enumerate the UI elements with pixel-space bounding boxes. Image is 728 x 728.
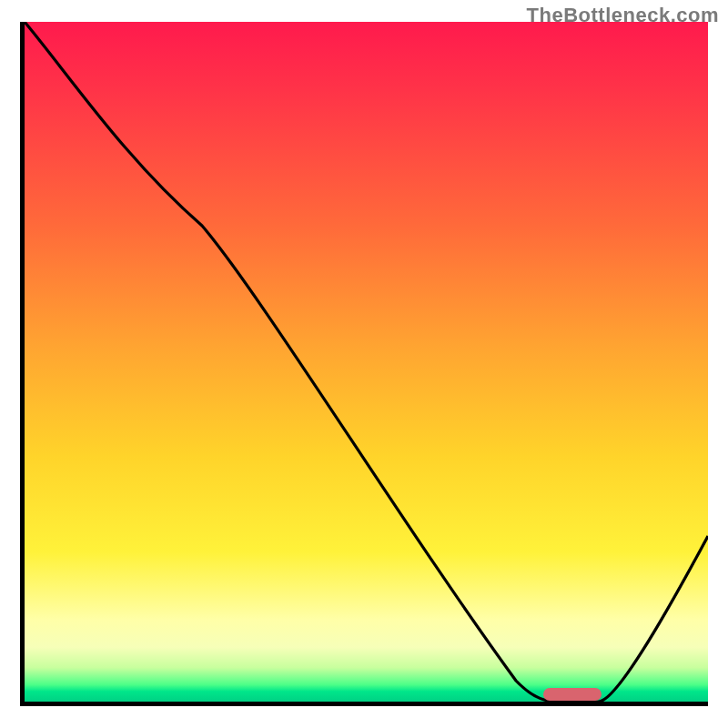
bottleneck-curve	[25, 22, 708, 702]
plot-area	[20, 22, 708, 706]
curve-path	[25, 22, 708, 702]
optimal-range-marker	[543, 688, 602, 701]
attribution-label: TheBottleneck.com	[527, 4, 719, 27]
chart-container: TheBottleneck.com	[0, 0, 728, 728]
